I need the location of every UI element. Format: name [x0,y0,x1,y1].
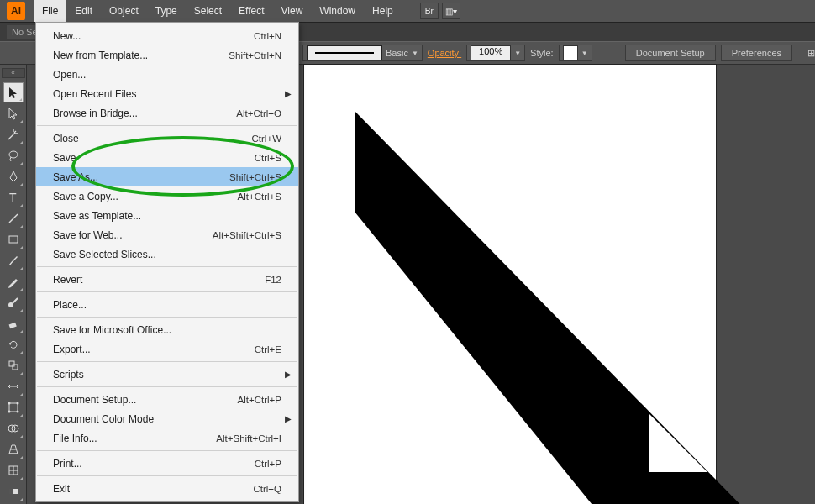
menu-item-effect[interactable]: Effect [230,0,272,22]
menu-item-view[interactable]: View [273,0,312,22]
tool-scale[interactable] [3,355,24,375]
menu-cmd-label: Save As... [53,171,98,183]
menu-cmd-scripts[interactable]: Scripts▶ [36,365,298,384]
tool-type[interactable]: T [3,187,24,207]
tool-gradient[interactable] [3,481,24,501]
menu-cmd-revert[interactable]: RevertF12 [36,270,298,289]
menu-cmd-exit[interactable]: ExitCtrl+Q [36,479,298,498]
svg-text:T: T [9,191,17,204]
menu-item-help[interactable]: Help [364,0,402,22]
toolbox-toggle[interactable]: « [2,68,25,78]
menu-cmd-document-setup[interactable]: Document Setup...Alt+Ctrl+P [36,390,298,409]
menu-cmd-shortcut: Ctrl+E [255,344,281,354]
menubar: Ai FileEditObjectTypeSelectEffectViewWin… [0,0,815,22]
app-logo: Ai [7,2,25,20]
menu-cmd-label: Scripts [53,369,84,381]
menu-cmd-place[interactable]: Place... [36,295,298,314]
chevron-down-icon: ▼ [412,50,418,57]
svg-rect-6 [9,361,14,366]
menu-cmd-browse-in-bridge[interactable]: Browse in Bridge...Alt+Ctrl+O [36,103,298,123]
menu-separator [37,475,297,476]
menu-cmd-label: Document Setup... [53,394,136,406]
tool-direct-selection[interactable] [3,103,24,123]
menu-cmd-label: New... [53,30,81,42]
tool-magic-wand[interactable] [3,124,24,144]
menu-cmd-label: Save as Template... [53,210,141,222]
menu-separator [37,386,297,387]
stroke-style-combo[interactable]: Basic ▼ [302,45,423,61]
menu-cmd-new-from-template[interactable]: New from Template...Shift+Ctrl+N [36,45,298,65]
tool-mesh[interactable] [3,460,24,480]
menu-cmd-document-color-mode[interactable]: Document Color Mode▶ [36,409,298,428]
menu-cmd-new[interactable]: New...Ctrl+N [36,26,298,45]
menu-cmd-open-recent-files[interactable]: Open Recent Files▶ [36,84,298,103]
menu-cmd-save-for-web[interactable]: Save for Web...Alt+Shift+Ctrl+S [36,225,298,244]
style-label: Style: [530,48,554,58]
menu-cmd-open[interactable]: Open... [36,65,298,84]
menu-cmd-label: Open Recent Files [53,88,136,100]
menu-item-file[interactable]: File [34,0,66,22]
opacity-combo[interactable]: 100% ▼ [466,45,525,61]
layout-button[interactable]: ▥▾ [442,3,460,19]
preferences-button[interactable]: Preferences [721,45,792,61]
menu-cmd-save-for-microsoft-office[interactable]: Save for Microsoft Office... [36,320,298,339]
menu-cmd-shortcut: Ctrl+N [254,31,281,41]
tool-perspective[interactable] [3,439,24,459]
menu-cmd-label: Save for Microsoft Office... [53,324,171,336]
tool-line[interactable] [3,208,24,228]
svg-point-12 [16,411,18,413]
menu-cmd-label: Browse in Bridge... [53,108,138,119]
svg-point-9 [8,402,10,405]
tool-pencil[interactable] [3,271,24,291]
menu-item-object[interactable]: Object [101,0,147,22]
menu-cmd-save-as-template[interactable]: Save as Template... [36,206,298,225]
menu-cmd-shortcut: Shift+Ctrl+S [229,172,281,182]
tool-eraser[interactable] [3,313,24,333]
tool-rotate[interactable] [3,334,24,354]
menu-separator [37,291,297,292]
menu-cmd-save[interactable]: SaveCtrl+S [36,148,298,167]
menu-cmd-export[interactable]: Export...Ctrl+E [36,339,298,359]
tool-free-transform[interactable] [3,397,24,417]
menu-cmd-save-a-copy[interactable]: Save a Copy...Alt+Ctrl+S [36,186,298,206]
menu-cmd-shortcut: F12 [265,275,281,285]
menu-cmd-label: Save a Copy... [53,191,118,202]
tool-rectangle[interactable] [3,229,24,249]
menu-cmd-label: Save Selected Slices... [53,249,156,260]
menu-cmd-file-info[interactable]: File Info...Alt+Shift+Ctrl+I [36,428,298,448]
file-menu-dropdown: New...Ctrl+NNew from Template...Shift+Ct… [35,22,299,502]
menu-cmd-label: Place... [53,299,87,311]
opacity-value: 100% [471,45,511,60]
menu-item-select[interactable]: Select [186,0,230,22]
menu-cmd-label: Save for Web... [53,229,122,241]
menu-item-type[interactable]: Type [147,0,186,22]
style-combo[interactable]: ▼ [559,45,592,61]
submenu-arrow-icon: ▶ [285,370,292,379]
tool-width[interactable] [3,376,24,396]
menu-cmd-label: Close [53,133,79,144]
tool-pen[interactable] [3,166,24,186]
document-setup-button[interactable]: Document Setup [625,45,716,61]
submenu-arrow-icon: ▶ [285,414,292,423]
bridge-button[interactable]: Br [420,3,439,19]
menu-item-window[interactable]: Window [311,0,364,22]
align-button[interactable]: ⊞ [807,48,815,59]
tool-lasso[interactable] [3,145,24,165]
menu-separator [37,450,297,451]
opacity-label[interactable]: Opacity: [428,48,461,58]
submenu-arrow-icon: ▶ [285,89,292,98]
menu-item-edit[interactable]: Edit [66,0,101,22]
tool-selection[interactable] [3,82,24,102]
tool-paintbrush[interactable] [3,250,24,270]
menu-cmd-print[interactable]: Print...Ctrl+P [36,454,298,473]
menu-cmd-save-selected-slices[interactable]: Save Selected Slices... [36,244,298,264]
tool-shape-builder[interactable] [3,418,24,438]
tool-blob-brush[interactable] [3,292,24,312]
svg-rect-3 [9,236,18,243]
menu-cmd-label: File Info... [53,433,97,444]
menu-cmd-save-as[interactable]: Save As...Shift+Ctrl+S [36,167,298,186]
menu-cmd-shortcut: Ctrl+W [252,134,281,144]
menu-cmd-close[interactable]: CloseCtrl+W [36,129,298,148]
menu-separator [37,361,297,362]
menu-cmd-label: Open... [53,69,86,81]
